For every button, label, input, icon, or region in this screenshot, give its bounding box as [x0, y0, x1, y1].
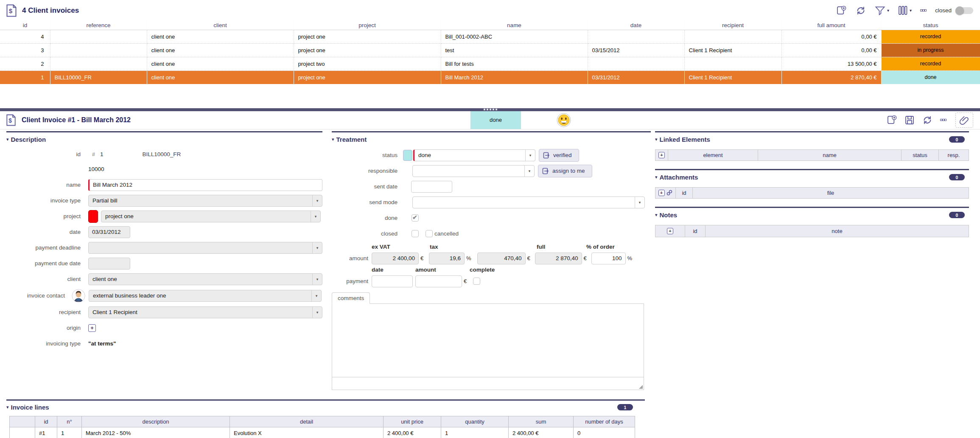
status-select[interactable]: done ▾ — [413, 149, 535, 161]
cell-unit-price[interactable]: 2 400,00 € — [384, 427, 441, 438]
chevron-down-icon[interactable]: ▾ — [312, 274, 322, 285]
name-input[interactable]: Bill March 2012 — [88, 179, 322, 191]
cell-date[interactable] — [588, 30, 684, 43]
verified-button[interactable]: verified — [539, 149, 579, 162]
chevron-down-icon[interactable]: ▾ — [525, 150, 535, 161]
more-menu-icon[interactable] — [920, 8, 927, 13]
cell-date[interactable]: 03/15/2012 — [588, 43, 684, 57]
project-select[interactable]: project one ▾ — [101, 211, 321, 222]
col-header-recipient[interactable]: recipient — [684, 21, 781, 30]
add-attachment-button[interactable]: + — [658, 190, 665, 196]
tax-rate-input[interactable]: 19,6 — [429, 253, 465, 264]
add-linked-element-button[interactable]: + — [658, 152, 665, 158]
table-row[interactable]: 2 client one project two Bill for tests … — [0, 57, 980, 70]
payment-date-input[interactable] — [372, 275, 413, 287]
closed-checkbox[interactable] — [412, 230, 419, 237]
link-icon[interactable] — [666, 189, 673, 196]
date-input[interactable]: 03/31/2012 — [88, 226, 130, 238]
smiley-mood-icon[interactable] — [557, 113, 571, 127]
cell-id[interactable]: 3 — [0, 43, 50, 57]
col-header-name[interactable]: name — [441, 21, 588, 30]
cell-recipient[interactable]: Client 1 Recipient — [684, 70, 781, 84]
chevron-down-icon[interactable]: ▾ — [311, 211, 320, 222]
collapse-icon[interactable]: ▾ — [332, 137, 334, 142]
cell-client[interactable]: client one — [147, 30, 294, 43]
cancelled-checkbox[interactable] — [426, 230, 433, 237]
cell-project[interactable]: project one — [294, 43, 441, 57]
invoice-line-row[interactable]: #1 1 March 2012 - 50% Evolution X 2 400,… — [10, 427, 635, 438]
cell-reference[interactable] — [50, 57, 147, 70]
pct-of-order-input[interactable]: 100 — [591, 253, 626, 264]
refresh-icon[interactable] — [855, 5, 866, 16]
payment-complete-checkbox[interactable] — [473, 278, 480, 285]
full-amount-input[interactable]: 2 870,40 — [535, 253, 582, 264]
cell-status[interactable]: recorded — [881, 30, 980, 43]
cell-status[interactable]: in progress — [881, 43, 980, 57]
chevron-down-icon[interactable]: ▾ — [311, 290, 321, 301]
cell-empty[interactable] — [10, 427, 35, 438]
cell-date[interactable] — [588, 57, 684, 70]
collapse-icon[interactable]: ▾ — [6, 137, 9, 142]
cell-recipient[interactable] — [684, 57, 781, 70]
cell-name[interactable]: Bill_001-0002-ABC — [441, 30, 588, 43]
payment-amount-input[interactable] — [415, 275, 462, 287]
cell-name[interactable]: test — [441, 43, 588, 57]
cell-recipient[interactable] — [684, 30, 781, 43]
cell-client[interactable]: client one — [147, 70, 294, 84]
cell-days[interactable]: 0 — [574, 427, 635, 438]
closed-toggle[interactable] — [955, 7, 973, 14]
add-icon[interactable] — [887, 115, 897, 125]
collapse-icon[interactable]: ▾ — [6, 404, 9, 410]
table-row[interactable]: 3 client one project one test 03/15/2012… — [0, 43, 980, 57]
chevron-down-icon[interactable]: ▾ — [312, 307, 322, 318]
attachment-drop-zone[interactable] — [955, 112, 973, 128]
tax-amount-input[interactable]: 470,40 — [477, 253, 526, 264]
col-header-reference[interactable]: reference — [50, 21, 147, 30]
cell-project[interactable]: project one — [294, 30, 441, 43]
cell-id[interactable]: 1 — [0, 70, 50, 84]
table-row[interactable]: 4 client one project one Bill_001-0002-A… — [0, 30, 980, 43]
cell-client[interactable]: client one — [147, 57, 294, 70]
col-header-date[interactable]: date — [588, 21, 684, 30]
splitter-bar[interactable] — [0, 108, 980, 111]
chevron-down-icon[interactable]: ▾ — [635, 197, 644, 208]
cell-id[interactable]: #1 — [35, 427, 57, 438]
client-select[interactable]: client one ▾ — [88, 273, 322, 285]
cell-id[interactable]: 4 — [0, 30, 50, 43]
recipient-select[interactable]: Client 1 Recipient ▾ — [88, 306, 322, 318]
more-menu-icon[interactable] — [940, 118, 946, 122]
cell-reference[interactable]: BILL10000_FR — [50, 70, 147, 84]
collapse-icon[interactable]: ▾ — [655, 174, 658, 180]
save-icon[interactable] — [904, 115, 915, 125]
cell-detail[interactable]: Evolution X — [230, 427, 384, 438]
cell-project[interactable]: project two — [294, 57, 441, 70]
done-checkbox[interactable] — [412, 214, 419, 222]
cell-recipient[interactable]: Client 1 Recipient — [684, 43, 781, 57]
assign-to-me-button[interactable]: assign to me — [538, 165, 592, 177]
collapse-icon[interactable]: ▾ — [655, 137, 658, 142]
cell-project[interactable]: project one — [294, 70, 441, 84]
send-mode-select[interactable]: ▾ — [412, 197, 645, 208]
table-row-selected[interactable]: 1 BILL10000_FR client one project one Bi… — [0, 70, 980, 84]
payment-due-date-input[interactable] — [88, 258, 130, 270]
comments-textarea[interactable] — [332, 377, 644, 390]
cell-status[interactable]: done — [881, 70, 980, 84]
cell-client[interactable]: client one — [147, 43, 294, 57]
chevron-down-icon[interactable]: ▾ — [312, 242, 322, 253]
collapse-icon[interactable]: ▾ — [655, 212, 658, 218]
cell-description[interactable]: March 2012 - 50% — [82, 427, 230, 438]
col-header-client[interactable]: client — [147, 21, 294, 30]
cell-quantity[interactable]: 1 — [441, 427, 509, 438]
chevron-down-icon[interactable]: ▾ — [312, 195, 322, 206]
add-invoice-icon[interactable] — [836, 5, 847, 16]
cell-reference[interactable] — [50, 43, 147, 57]
ex-vat-input[interactable]: 2 400,00 — [372, 253, 419, 264]
cell-full-amount[interactable]: 0,00 € — [781, 43, 881, 57]
tab-comments[interactable]: comments — [332, 292, 370, 304]
cell-full-amount[interactable]: 2 870,40 € — [781, 70, 881, 84]
col-header-id[interactable]: id — [0, 21, 50, 30]
add-origin-button[interactable]: + — [88, 324, 96, 332]
filter-icon[interactable]: ▾ — [875, 6, 889, 16]
cell-full-amount[interactable]: 0,00 € — [781, 30, 881, 43]
cell-status[interactable]: recorded — [881, 57, 980, 70]
